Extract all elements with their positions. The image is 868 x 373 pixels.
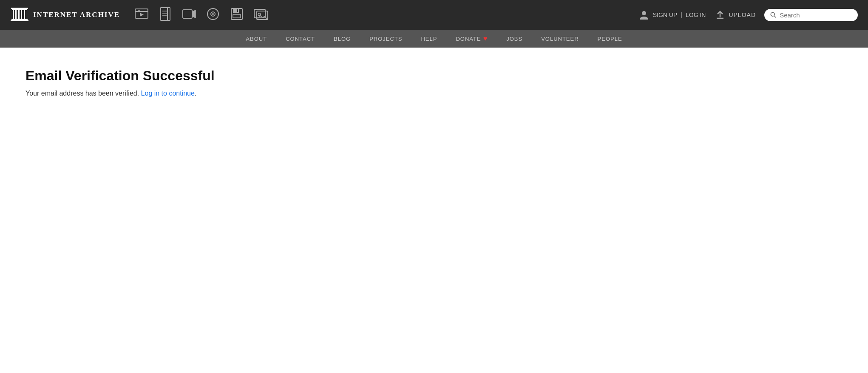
svg-rect-14 (161, 8, 170, 20)
user-icon (638, 9, 650, 20)
page-title: Email Verification Successful (26, 68, 842, 84)
login-link[interactable]: Log in to continue (141, 90, 195, 97)
nav-blog[interactable]: BLOG (324, 30, 360, 48)
nav-donate[interactable]: DONATE ♥ (446, 30, 497, 48)
software-icon[interactable] (230, 7, 244, 23)
upload-icon (714, 9, 726, 21)
site-name: INTERNET ARCHIVE (33, 11, 120, 19)
nav-contact[interactable]: CONTACT (276, 30, 324, 48)
nav-projects[interactable]: PROJECTS (360, 30, 411, 48)
auth-separator: | (681, 11, 682, 18)
video-icon[interactable] (182, 7, 196, 23)
nav-people[interactable]: PEOPLE (588, 30, 632, 48)
donate-heart-icon: ♥ (483, 35, 488, 42)
svg-marker-13 (140, 13, 144, 17)
svg-line-35 (774, 16, 776, 17)
logo-link[interactable]: INTERNET ARCHIVE (10, 6, 120, 24)
svg-rect-3 (15, 10, 17, 19)
upload-area[interactable]: UPLOAD (714, 9, 756, 21)
svg-rect-5 (21, 10, 22, 19)
body-suffix: . (195, 90, 196, 97)
svg-point-30 (258, 13, 261, 16)
nav-jobs[interactable]: JOBS (497, 30, 532, 48)
svg-rect-11 (138, 10, 139, 11)
svg-rect-8 (11, 20, 28, 21)
svg-rect-15 (161, 8, 167, 20)
images-icon[interactable] (253, 7, 268, 23)
search-input[interactable] (780, 11, 852, 19)
user-auth-area: SIGN UP | LOG IN (638, 9, 706, 20)
nav-volunteer[interactable]: VOLUNTEER (532, 30, 588, 48)
svg-rect-7 (11, 19, 28, 20)
page-body: Your email address has been verified. Lo… (26, 90, 842, 97)
nav-help[interactable]: HELP (411, 30, 446, 48)
svg-rect-4 (18, 10, 20, 19)
svg-rect-2 (13, 10, 14, 19)
texts-icon[interactable] (158, 7, 173, 23)
sign-up-link[interactable]: SIGN UP (653, 11, 678, 18)
donate-label: DONATE (456, 36, 481, 42)
search-box (764, 9, 858, 21)
top-navigation: INTERNET ARCHIVE (0, 0, 868, 30)
media-icons (134, 7, 268, 23)
svg-rect-0 (12, 9, 27, 10)
search-icon (770, 11, 776, 18)
nav-about[interactable]: ABOUT (236, 30, 276, 48)
svg-rect-27 (237, 9, 238, 12)
svg-rect-1 (11, 8, 28, 9)
top-nav-right: SIGN UP | LOG IN UPLOAD (638, 9, 858, 21)
svg-rect-19 (183, 10, 192, 18)
secondary-navigation: ABOUT CONTACT BLOG PROJECTS HELP DONATE … (0, 30, 868, 48)
web-icon[interactable] (134, 7, 149, 23)
logo-icon (10, 6, 29, 24)
upload-label: UPLOAD (729, 11, 756, 18)
audio-icon[interactable] (206, 7, 220, 23)
svg-point-31 (642, 11, 646, 15)
main-content: Email Verification Successful Your email… (0, 48, 868, 118)
body-text: Your email address has been verified. (26, 90, 139, 97)
svg-marker-20 (192, 10, 196, 18)
svg-rect-26 (233, 14, 241, 18)
svg-rect-6 (24, 10, 25, 19)
svg-rect-12 (139, 10, 140, 11)
svg-point-34 (771, 12, 774, 16)
svg-point-23 (212, 13, 214, 15)
log-in-link[interactable]: LOG IN (686, 11, 706, 18)
